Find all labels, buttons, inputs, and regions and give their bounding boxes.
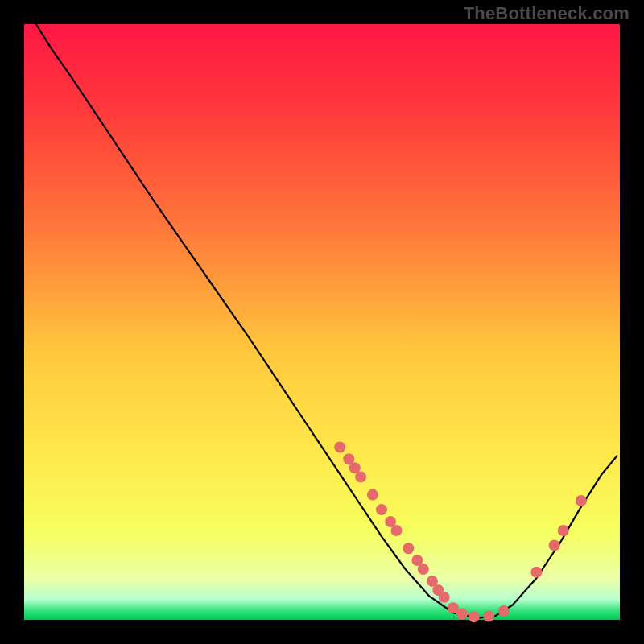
data-marker (498, 605, 510, 617)
data-marker (549, 540, 560, 551)
watermark-text: TheBottleneck.com (464, 3, 630, 24)
data-marker (418, 564, 429, 575)
data-marker (483, 611, 494, 622)
data-marker (402, 543, 414, 554)
data-marker (367, 489, 378, 501)
data-marker (576, 495, 587, 506)
data-marker (334, 441, 345, 452)
data-marker (439, 592, 450, 603)
data-marker (376, 504, 387, 515)
data-marker (558, 525, 569, 536)
data-marker (355, 471, 366, 482)
data-marker (530, 567, 542, 578)
plot-background (24, 24, 620, 620)
data-marker (456, 609, 468, 620)
data-marker (469, 611, 480, 622)
data-marker (391, 525, 402, 536)
chart-frame: TheBottleneck.com (0, 0, 644, 644)
bottleneck-chart (0, 0, 644, 644)
